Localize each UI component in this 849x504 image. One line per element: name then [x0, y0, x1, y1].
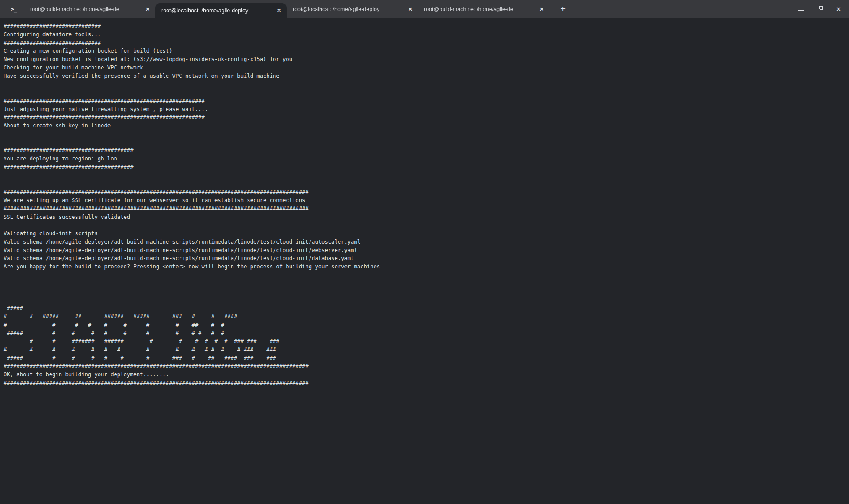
tab-1[interactable]: root@build-machine: /home/agile-de✕ [24, 0, 155, 18]
new-tab-button[interactable]: + [556, 3, 570, 16]
restore-button[interactable] [816, 6, 823, 13]
terminal-app-icon: >_ [9, 0, 19, 18]
terminal-output[interactable]: ############################## Configuri… [0, 18, 849, 504]
window-controls: ✕ [798, 0, 849, 18]
tab-close-button[interactable]: ✕ [406, 5, 414, 13]
tab-title: root@localhost: /home/agile-deploy [161, 8, 272, 14]
tab-3[interactable]: root@localhost: /home/agile-deploy✕ [287, 0, 418, 18]
tab-bar: >_ root@build-machine: /home/agile-de✕ro… [0, 0, 849, 18]
tab-close-button[interactable]: ✕ [538, 5, 546, 13]
tab-2-active[interactable]: root@localhost: /home/agile-deploy✕ [155, 3, 287, 18]
close-window-button[interactable]: ✕ [835, 6, 842, 13]
tab-title: root@build-machine: /home/agile-de [424, 6, 535, 12]
minimize-button[interactable] [798, 6, 805, 13]
close-icon: ✕ [836, 6, 841, 12]
tab-title: root@build-machine: /home/agile-de [30, 6, 141, 12]
tab-list: root@build-machine: /home/agile-de✕root@… [24, 0, 549, 18]
tab-4[interactable]: root@build-machine: /home/agile-de✕ [418, 0, 549, 18]
terminal-window: >_ root@build-machine: /home/agile-de✕ro… [0, 0, 849, 504]
tab-close-button[interactable]: ✕ [144, 5, 152, 13]
tab-title: root@localhost: /home/agile-deploy [293, 6, 404, 12]
tab-close-button[interactable]: ✕ [275, 7, 283, 15]
minimize-icon [798, 10, 804, 11]
